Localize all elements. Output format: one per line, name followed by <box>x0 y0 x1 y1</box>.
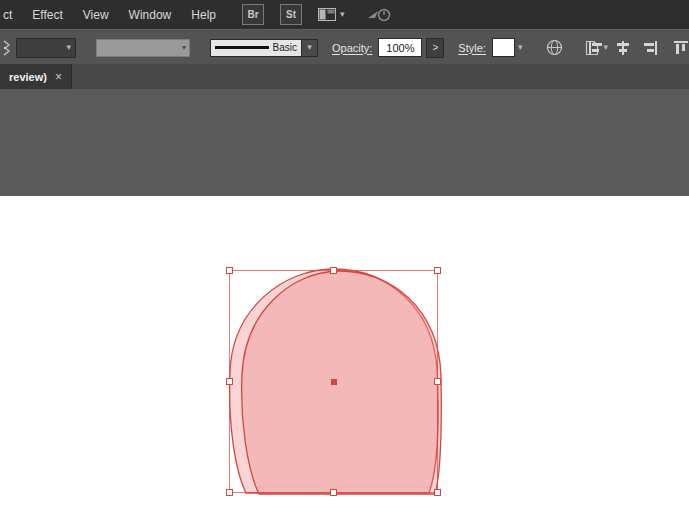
align-horizontal-center-icon[interactable] <box>615 40 631 56</box>
stock-button[interactable]: St <box>280 4 302 25</box>
brush-stroke-preview <box>215 46 269 49</box>
bridge-button[interactable]: Br <box>242 4 264 25</box>
chevron-down-icon: ▾ <box>518 43 523 52</box>
width-profile-dropdown[interactable]: ▾ <box>96 39 190 57</box>
chevron-down-icon: ▾ <box>179 44 189 52</box>
opacity-more-button[interactable]: > <box>426 38 444 58</box>
illustrator-window: ct Effect View Window Help Br St ▾ <box>0 0 689 513</box>
selection-center-point[interactable] <box>331 379 337 385</box>
align-top-icon[interactable] <box>673 30 689 65</box>
selection-handle-bottom-right[interactable] <box>434 489 441 496</box>
selection-handle-top-left[interactable] <box>226 267 233 274</box>
chevron-down-icon: ▾ <box>307 43 312 52</box>
panel-overflow-icon[interactable] <box>2 39 11 57</box>
globe-button[interactable] <box>546 39 563 56</box>
align-left-icon[interactable] <box>588 40 604 56</box>
menu-help[interactable]: Help <box>181 0 226 29</box>
menu-view[interactable]: View <box>73 0 119 29</box>
share-status[interactable] <box>367 7 393 23</box>
selection-handle-top-right[interactable] <box>434 267 441 274</box>
align-right-icon[interactable] <box>642 40 658 56</box>
selection-handle-middle-left[interactable] <box>226 378 233 385</box>
control-bar: ▾ ▾ Basic ▾ Opacity: > Style: ▾ <box>0 29 689 65</box>
tab-close-icon[interactable]: × <box>55 71 62 83</box>
chevron-down-icon: ▾ <box>62 43 75 52</box>
document-tab-label: review) <box>9 71 47 83</box>
menu-window[interactable]: Window <box>119 0 182 29</box>
anchor-select-dropdown[interactable]: ▾ <box>16 38 76 58</box>
brush-dropdown-arrow[interactable]: ▾ <box>301 39 318 57</box>
selection-handle-middle-right[interactable] <box>434 378 441 385</box>
globe-icon <box>546 39 563 56</box>
menu-effect[interactable]: Effect <box>22 0 72 29</box>
opacity-input[interactable] <box>378 38 422 57</box>
share-icon <box>367 7 393 23</box>
brush-preview: Basic <box>210 39 301 57</box>
opacity-link[interactable]: Opacity: <box>332 42 372 54</box>
brush-definition-dropdown[interactable]: Basic ▾ <box>210 39 318 57</box>
workspace-switcher[interactable]: ▾ <box>318 8 345 21</box>
selection-handle-bottom-left[interactable] <box>226 489 233 496</box>
menu-object-partial[interactable]: ct <box>0 0 22 29</box>
document-tab-bar: review) × <box>0 64 689 89</box>
align-buttons <box>588 30 658 65</box>
menu-bar: ct Effect View Window Help Br St ▾ <box>0 0 689 29</box>
style-link[interactable]: Style: <box>458 42 486 54</box>
brush-name-label: Basic <box>273 42 297 53</box>
pasteboard[interactable] <box>0 89 689 196</box>
selection-handle-bottom-center[interactable] <box>330 489 337 496</box>
workspace-layout-icon <box>318 8 336 21</box>
style-swatch <box>492 38 515 57</box>
graphic-style-dropdown[interactable]: ▾ <box>492 38 523 57</box>
selection-handle-top-center[interactable] <box>330 267 337 274</box>
chevron-down-icon: ▾ <box>340 10 345 19</box>
document-tab[interactable]: review) × <box>0 64 72 89</box>
selection-bounding-box <box>229 270 438 493</box>
